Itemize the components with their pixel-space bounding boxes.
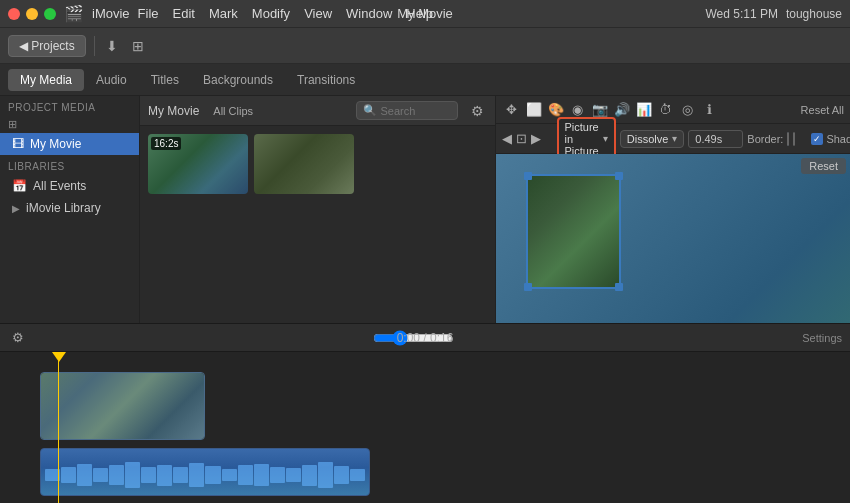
title-bar-right: Wed 5:11 PM toughouse <box>705 7 842 21</box>
waveform-bar <box>254 464 269 486</box>
shadow-label: Shadow <box>826 133 850 145</box>
waveform-bar <box>222 469 237 482</box>
menu-mark[interactable]: Mark <box>209 6 238 21</box>
prev-icon[interactable]: ◀ <box>502 129 512 149</box>
grid-icon[interactable]: ⊞ <box>129 35 147 57</box>
menu-view[interactable]: View <box>304 6 332 21</box>
tab-backgrounds[interactable]: Backgrounds <box>191 69 285 91</box>
timeline-time-display: 0:00 / 0:16 <box>397 331 454 345</box>
video-track-content <box>41 373 204 439</box>
waveform-bar <box>334 466 349 484</box>
timeline-content: ♪ <box>0 352 850 503</box>
timeline-toolbar: ⚙ 0:00 / 0:16 Settings <box>0 324 850 352</box>
imovie-app-icon: 🎬 <box>64 4 84 23</box>
projects-button[interactable]: ◀ Projects <box>8 35 86 57</box>
app-name: iMovie <box>92 6 130 21</box>
crop-icon[interactable]: ⬜ <box>524 100 544 120</box>
window-title: My Movie <box>397 6 453 21</box>
reset-all-button[interactable]: Reset All <box>801 104 844 116</box>
search-box[interactable]: 🔍 <box>356 101 458 120</box>
media-settings-icon[interactable]: ⚙ <box>468 100 487 122</box>
info-icon[interactable]: ℹ <box>700 100 720 120</box>
dissolve-label: Dissolve <box>627 133 669 145</box>
waveform-bar <box>61 467 76 484</box>
sidebar-my-movie-label: My Movie <box>30 137 81 151</box>
waveform-bar <box>125 462 140 487</box>
menu-edit[interactable]: Edit <box>173 6 195 21</box>
fit-icon[interactable]: ⊡ <box>516 129 527 149</box>
tab-transitions[interactable]: Transitions <box>285 69 367 91</box>
film-icon: 🎞 <box>12 137 24 151</box>
sidebar-item-all-events[interactable]: 📅 All Events <box>0 175 139 197</box>
waveform-bar <box>189 463 204 487</box>
waveform-bar <box>238 465 253 485</box>
waveform-bar <box>173 467 188 482</box>
waveform-bar <box>318 462 333 487</box>
tab-my-media[interactable]: My Media <box>8 69 84 91</box>
tab-audio[interactable]: Audio <box>84 69 139 91</box>
sidebar-item-imovie-library[interactable]: ▶ iMovie Library <box>0 197 139 219</box>
next-icon[interactable]: ▶ <box>531 129 541 149</box>
close-button[interactable] <box>8 8 20 20</box>
menu-modify[interactable]: Modify <box>252 6 290 21</box>
video-track[interactable] <box>40 372 205 440</box>
sidebar-header-row: ⊞ <box>0 116 139 133</box>
search-input[interactable] <box>381 105 451 117</box>
pip-handle-bl[interactable] <box>524 283 532 291</box>
timeline-area: ⚙ 0:00 / 0:16 Settings ♪ <box>0 323 850 503</box>
border-color-swatch[interactable] <box>787 132 789 146</box>
pip-handle-br[interactable] <box>615 283 623 291</box>
pip-overlay[interactable] <box>526 174 621 289</box>
pip-label: Picture in Picture <box>565 121 599 157</box>
triangle-icon: ▶ <box>12 203 20 214</box>
border-line-style[interactable] <box>793 132 795 146</box>
waveform-bar <box>270 467 285 484</box>
audio-waveform <box>41 449 369 495</box>
audio-icon[interactable]: 🔊 <box>612 100 632 120</box>
dissolve-selector[interactable]: Dissolve ▾ <box>620 130 685 148</box>
pip-handle-tl[interactable] <box>524 172 532 180</box>
preview-toolbar: ◀ ⊡ ▶ Picture in Picture ▾ Dissolve ▾ Bo… <box>496 124 851 154</box>
import-icon[interactable]: ⬇ <box>103 35 121 57</box>
title-bar: 🎬 iMovie File Edit Mark Modify View Wind… <box>0 0 850 28</box>
waveform-bar <box>302 465 317 486</box>
waveform-bar <box>286 468 301 482</box>
preview-toolbar2: ✥ ⬜ 🎨 ◉ 📷 🔊 📊 ⏱ ◎ ℹ Reset All <box>496 96 851 124</box>
sidebar-item-my-movie[interactable]: 🎞 My Movie <box>0 133 139 155</box>
project-media-label: PROJECT MEDIA <box>0 96 139 116</box>
waveform-bar <box>205 466 220 484</box>
dissolve-chevron-icon: ▾ <box>672 133 677 144</box>
speed-icon[interactable]: ⏱ <box>656 100 676 120</box>
stabilize-icon[interactable]: ◎ <box>678 100 698 120</box>
playhead-triangle <box>52 352 66 362</box>
menu-bar: File Edit Mark Modify View Window Help <box>138 6 434 21</box>
shadow-checkbox-group[interactable]: ✓ Shadow <box>811 133 850 145</box>
cursor-icon[interactable]: ✥ <box>502 100 522 120</box>
waveform-bar <box>350 469 365 480</box>
border-label: Border: <box>747 133 783 145</box>
clip-thumbnail-1[interactable]: 16:2s <box>148 134 248 194</box>
clip-image-2 <box>254 134 354 194</box>
shadow-checkbox[interactable]: ✓ <box>811 133 823 145</box>
fullscreen-button[interactable] <box>44 8 56 20</box>
minimize-button[interactable] <box>26 8 38 20</box>
timeline-settings-label[interactable]: Settings <box>802 332 842 344</box>
duration-input[interactable] <box>688 130 743 148</box>
media-grid: 16:2s <box>140 126 495 202</box>
pip-handle-tr[interactable] <box>615 172 623 180</box>
top-toolbar: ◀ Projects ⬇ ⊞ <box>0 28 850 64</box>
preview-reset-button[interactable]: Reset <box>801 158 846 174</box>
menu-window[interactable]: Window <box>346 6 392 21</box>
menu-file[interactable]: File <box>138 6 159 21</box>
waveform-bars <box>41 461 369 489</box>
traffic-lights <box>8 8 56 20</box>
audio-track[interactable] <box>40 448 370 496</box>
timeline-settings-icon[interactable]: ⚙ <box>8 328 28 348</box>
title-bar-left: 🎬 iMovie File Edit Mark Modify View Wind… <box>64 4 433 23</box>
clip-thumbnail-2[interactable] <box>254 134 354 194</box>
clip-duration-1: 16:2s <box>151 137 181 150</box>
tab-titles[interactable]: Titles <box>139 69 191 91</box>
chart-icon[interactable]: 📊 <box>634 100 654 120</box>
system-time: Wed 5:11 PM <box>705 7 777 21</box>
username: toughouse <box>786 7 842 21</box>
